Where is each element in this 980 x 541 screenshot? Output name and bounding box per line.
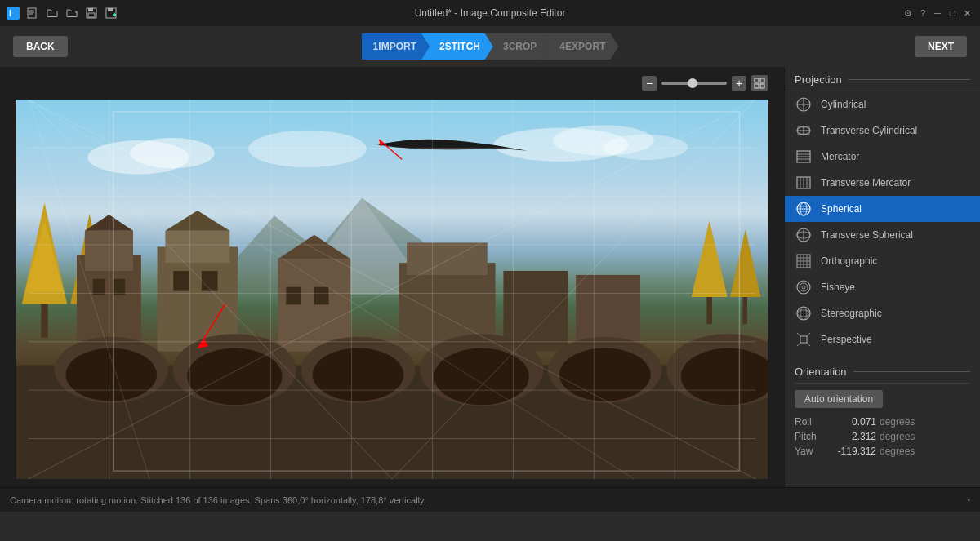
svg-line-67 — [198, 304, 225, 348]
svg-rect-41 — [173, 271, 189, 291]
roll-unit: degrees — [880, 416, 915, 428]
resize-handle: ▪ — [967, 495, 970, 504]
svg-marker-44 — [278, 235, 350, 259]
canvas-area[interactable]: − + — [0, 67, 784, 487]
roll-value: 0.071 — [827, 416, 876, 428]
svg-text:I: I — [9, 9, 11, 18]
svg-rect-2 — [28, 8, 36, 18]
svg-rect-37 — [113, 279, 125, 295]
step-4-label: EXPORT — [565, 41, 605, 52]
cylindrical-label: Cylindrical — [821, 99, 866, 110]
stereographic-icon — [795, 304, 813, 322]
transverse-cylindrical-icon — [795, 122, 813, 140]
svg-point-125 — [797, 307, 810, 320]
zoom-in-button[interactable]: + — [732, 76, 746, 91]
trees-right-svg — [678, 194, 768, 346]
svg-rect-31 — [742, 293, 747, 325]
svg-rect-15 — [760, 78, 764, 82]
yaw-unit: degrees — [880, 446, 915, 457]
help-icon[interactable]: ? — [916, 7, 929, 20]
spherical-icon — [795, 200, 813, 218]
toolbar-icon-new[interactable] — [26, 7, 39, 20]
step-stitch[interactable]: 2 STITCH — [421, 33, 493, 60]
projection-fisheye[interactable]: Fisheye — [785, 274, 980, 300]
svg-point-123 — [800, 283, 808, 291]
toolbar-icon-folder2[interactable] — [65, 7, 78, 20]
svg-rect-48 — [407, 243, 488, 275]
projection-spherical[interactable]: Spherical — [785, 196, 980, 222]
toolbar-icon-folder[interactable] — [46, 7, 59, 20]
step-import[interactable]: 1 IMPORT — [362, 33, 430, 60]
step-1-label: IMPORT — [378, 41, 416, 52]
projection-title: Projection — [785, 67, 980, 91]
yaw-row: Yaw -119.312 degrees — [795, 446, 970, 457]
perspective-icon — [795, 330, 813, 348]
stereographic-label: Stereographic — [821, 308, 882, 319]
back-button[interactable]: BACK — [13, 36, 68, 57]
transverse-cylindrical-label: Transverse Cylindrical — [821, 125, 917, 136]
red-arrow-2-svg — [167, 297, 256, 366]
transverse-mercator-icon — [795, 174, 813, 192]
toolbar-icon-save[interactable] — [85, 7, 98, 20]
mercator-label: Mercator — [821, 151, 859, 162]
svg-marker-35 — [84, 215, 132, 231]
mercator-icon — [795, 148, 813, 166]
svg-rect-8 — [88, 8, 93, 11]
fit-to-window-button[interactable] — [751, 75, 768, 91]
step-crop[interactable]: 3 CROP — [485, 33, 550, 60]
projection-mercator[interactable]: Mercator — [785, 144, 980, 170]
svg-rect-128 — [800, 336, 807, 343]
right-panel: Projection Cylindrical — [784, 67, 980, 487]
red-arrow-1-svg — [340, 122, 430, 168]
transverse-spherical-icon — [795, 226, 813, 244]
fisheye-label: Fisheye — [821, 282, 855, 293]
auto-orientation-button[interactable]: Auto orientation — [795, 390, 883, 408]
svg-rect-11 — [108, 8, 113, 11]
step-1-number: 1 — [373, 41, 379, 52]
title-text: Untitled* - Image Composite Editor — [415, 7, 566, 19]
panorama-view[interactable] — [16, 100, 768, 479]
close-button[interactable]: ✕ — [960, 7, 973, 20]
titlebar: I — [0, 0, 980, 26]
svg-point-122 — [797, 281, 810, 294]
statusbar: Camera motion: rotating motion. Stitched… — [0, 487, 980, 512]
roll-label: Roll — [795, 416, 827, 428]
svg-point-23 — [604, 135, 688, 160]
settings-icon[interactable]: ⚙ — [902, 7, 915, 20]
spherical-label: Spherical — [821, 203, 862, 215]
projection-transverse-mercator[interactable]: Transverse Mercator — [785, 170, 980, 196]
orthographic-label: Orthographic — [821, 255, 877, 267]
projection-cylindrical[interactable]: Cylindrical — [785, 91, 980, 118]
orientation-section: Orientation Auto orientation Roll 0.071 … — [785, 353, 980, 467]
zoom-thumb[interactable] — [688, 78, 697, 88]
toolbar-icon-saveas[interactable] — [105, 7, 118, 20]
svg-point-127 — [797, 310, 810, 317]
svg-marker-66 — [379, 140, 385, 146]
svg-rect-42 — [201, 271, 217, 291]
fisheye-icon — [795, 278, 813, 296]
projection-orthographic[interactable]: Orthographic — [785, 248, 980, 274]
svg-point-19 — [130, 138, 215, 168]
next-button[interactable]: NEXT — [915, 36, 967, 57]
svg-point-62 — [434, 348, 529, 406]
svg-rect-39 — [165, 231, 229, 263]
roll-row: Roll 0.071 degrees — [795, 416, 970, 428]
svg-rect-36 — [92, 279, 105, 295]
yaw-value: -119.312 — [827, 446, 876, 457]
maximize-button[interactable]: □ — [946, 7, 959, 20]
status-text: Camera motion: rotating motion. Stitched… — [10, 495, 426, 505]
step-export[interactable]: 4 EXPORT — [541, 33, 618, 60]
minimize-button[interactable]: ─ — [931, 7, 944, 20]
pitch-label: Pitch — [795, 431, 827, 442]
projection-transverse-spherical[interactable]: Transverse Spherical — [785, 222, 980, 248]
svg-marker-40 — [165, 211, 229, 231]
step-4-number: 4 — [559, 41, 565, 52]
projection-transverse-cylindrical[interactable]: Transverse Cylindrical — [785, 118, 980, 144]
svg-line-131 — [797, 343, 800, 346]
step-2-number: 2 — [439, 41, 445, 52]
zoom-slider[interactable] — [662, 82, 727, 85]
projection-perspective[interactable]: Perspective — [785, 326, 980, 353]
pitch-value: 2.312 — [827, 431, 876, 442]
projection-stereographic[interactable]: Stereographic — [785, 300, 980, 326]
zoom-out-button[interactable]: − — [642, 76, 657, 91]
